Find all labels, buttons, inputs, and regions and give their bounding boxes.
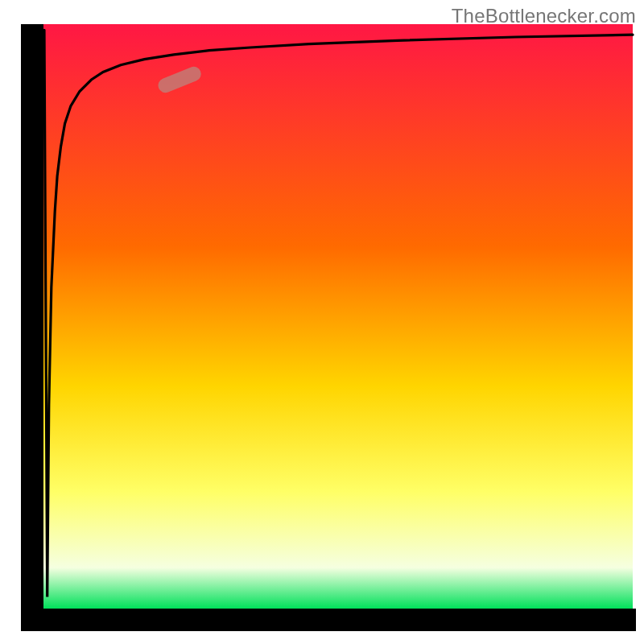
plot-background <box>32 24 633 609</box>
bottleneck-chart <box>0 0 644 644</box>
chart-stage: TheBottlenecker.com <box>0 0 644 644</box>
